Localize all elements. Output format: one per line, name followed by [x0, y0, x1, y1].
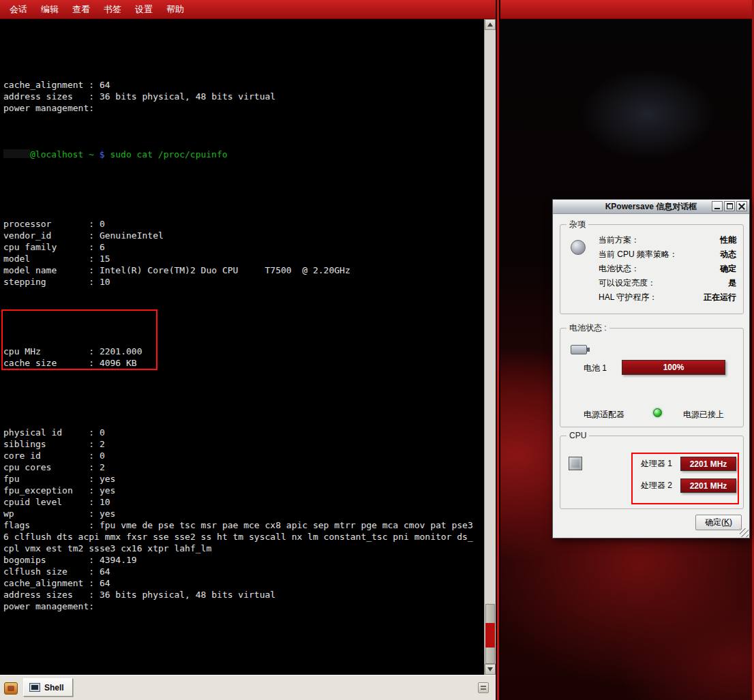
misc-value: 正在运行 — [704, 290, 736, 305]
group-cpu: CPU 处理器 1 2201 MHz 处理器 2 2201 MHz — [560, 436, 744, 509]
adapter-status: 电源已接上 — [683, 409, 724, 421]
window-controls — [712, 201, 747, 211]
terminal-line: bogomips : 4394.19 — [3, 554, 484, 566]
terminal-line: cpu cores : 2 — [3, 461, 484, 473]
cpu-label: 处理器 2 — [641, 480, 676, 491]
ok-button[interactable]: 确定(K) — [695, 515, 742, 530]
terminal-line: core id : 0 — [3, 450, 484, 461]
resize-grip[interactable] — [740, 528, 749, 537]
session-menu-button[interactable] — [477, 681, 490, 695]
terminal-line: wp : yes — [3, 508, 484, 519]
misc-label: HAL 守护程序： — [599, 290, 657, 305]
arrow-down-icon — [487, 667, 493, 671]
scrollbar-red-marker — [485, 623, 495, 648]
terminal-line — [3, 114, 484, 125]
terminal-line: cpu family : 6 — [3, 241, 484, 253]
misc-row: 当前 CPU 频率策略： 动态 — [599, 247, 736, 262]
group-misc-legend: 杂项 — [567, 219, 588, 230]
terminal-line: power management: — [3, 600, 484, 612]
battery-icon — [571, 345, 587, 354]
terminal-line: siblings : 2 — [3, 438, 484, 450]
menu-item[interactable]: 设置 — [128, 0, 160, 19]
window-divider — [496, 0, 500, 700]
terminal-window[interactable]: cache_alignment : 64address sizes : 36 b… — [0, 19, 496, 675]
terminal-line: address sizes : 36 bits physical, 48 bit… — [3, 589, 484, 600]
terminal-menu-bar: 会话编辑查看书签设置帮助 — [0, 0, 496, 19]
terminal-block-pre: cache_alignment : 64address sizes : 36 b… — [3, 44, 484, 125]
tab-shell[interactable]: Shell — [23, 678, 73, 697]
command-text: sudo cat /proc/cpuinfo — [110, 149, 227, 159]
scroll-up-button[interactable] — [485, 19, 496, 30]
terminal-line: address sizes : 36 bits physical, 48 bit… — [3, 91, 484, 102]
misc-label: 可以设定亮度： — [599, 276, 656, 290]
misc-icon — [571, 240, 586, 255]
close-button[interactable] — [736, 201, 747, 211]
kpowersave-dialog: KPowersave 信息对话框 杂项 当前方案： 性能 当前 CP — [552, 199, 750, 538]
menu-item[interactable]: 会话 — [3, 0, 34, 19]
terminal-line: cache_alignment : 64 — [3, 79, 484, 91]
group-battery: 电池状态 : 电池 1 100% 电源适配器 电源已接上 — [560, 328, 744, 427]
terminal-line: model name : Intel(R) Core(TM)2 Duo CPU … — [3, 264, 484, 276]
terminal-line: vendor_id : GenuineIntel — [3, 230, 484, 241]
misc-row: 可以设定亮度： 是 — [599, 276, 736, 290]
terminal-line: cpl vmx est tm2 ssse3 cx16 xtpr lahf_lm — [3, 543, 484, 554]
menu-item[interactable]: 帮助 — [160, 0, 191, 19]
battery-label: 电池 1 — [584, 363, 607, 374]
terminal-line: clflush size : 64 — [3, 566, 484, 577]
group-misc: 杂项 当前方案： 性能 当前 CPU 频率策略： 动态 电池状态： — [560, 224, 744, 314]
terminal-line: fpu_exception : yes — [3, 485, 484, 496]
session-menu-icon — [478, 682, 489, 693]
scroll-down-button[interactable] — [485, 664, 496, 675]
desktop-top-bar — [500, 0, 754, 19]
misc-row: HAL 守护程序： 正在运行 — [599, 290, 736, 305]
ok-accesskey: K — [724, 517, 729, 527]
close-icon — [738, 203, 745, 210]
misc-label: 当前方案： — [599, 233, 639, 247]
misc-label: 电池状态： — [599, 262, 639, 276]
cpu-frequency-text: 2201 MHz — [690, 481, 727, 491]
terminal-monitor-icon — [29, 683, 40, 692]
dialog-titlebar[interactable]: KPowersave 信息对话框 — [553, 200, 749, 214]
terminal-block-cpu1-head: processor : 1vendor_id : GenuineIntelcpu… — [3, 647, 484, 675]
arrow-up-icon — [487, 22, 493, 27]
misc-value: 动态 — [720, 247, 736, 262]
terminal-line: power management: — [3, 102, 484, 114]
misc-rows: 当前方案： 性能 当前 CPU 频率策略： 动态 电池状态： 确定 可 — [599, 233, 736, 305]
minimize-icon — [714, 208, 720, 209]
battery-progress-text: 100% — [663, 363, 684, 372]
minimize-button[interactable] — [712, 201, 723, 211]
menu-item[interactable]: 编辑 — [34, 0, 65, 19]
cpu-rows: 处理器 1 2201 MHz 处理器 2 2201 MHz — [641, 457, 736, 493]
terminal-line: fpu : yes — [3, 473, 484, 485]
terminal-line: physical id : 0 — [3, 427, 484, 438]
cpuinfo-highlight-box-1: cpu MHz : 2201.000cache size : 4096 KB — [1, 309, 157, 370]
menu-item[interactable]: 查看 — [65, 0, 97, 19]
maximize-icon — [727, 203, 733, 209]
misc-label: 当前 CPU 频率策略： — [599, 247, 678, 262]
new-session-button[interactable] — [3, 680, 19, 697]
redacted-username — [3, 149, 30, 158]
battery-progressbar: 100% — [622, 360, 725, 375]
terminal-block-cpu0-head: processor : 0vendor_id : GenuineIntelcpu… — [3, 183, 484, 288]
terminal-output: cache_alignment : 64address sizes : 36 b… — [0, 19, 484, 675]
maximize-button[interactable] — [724, 201, 735, 211]
terminal-scrollbar[interactable] — [484, 19, 496, 675]
dialog-title: KPowersave 信息对话框 — [605, 201, 697, 213]
misc-row: 当前方案： 性能 — [599, 233, 736, 247]
terminal-block-cpu0-rest: physical id : 0siblings : 2core id : 0cp… — [3, 392, 484, 624]
menu-item[interactable]: 书签 — [97, 0, 128, 19]
prompt-symbol: $ — [94, 149, 110, 159]
tab-shell-label: Shell — [44, 683, 64, 693]
terminal-line: stepping : 10 — [3, 276, 484, 288]
cpu-icon — [569, 457, 582, 470]
cpu-label: 处理器 1 — [641, 458, 676, 470]
prompt-host: @localhost ~ — [30, 149, 94, 159]
cpu-frequency-bar: 2201 MHz — [680, 478, 736, 493]
ok-label: 确定( — [705, 517, 724, 527]
misc-value: 确定 — [720, 262, 736, 276]
group-battery-legend: 电池状态 : — [567, 323, 609, 333]
cpu-row: 处理器 1 2201 MHz — [641, 457, 736, 471]
terminal-line: 6 clflush dts acpi mmx fxsr sse sse2 ss … — [3, 531, 484, 543]
misc-value: 性能 — [720, 233, 736, 247]
terminal-line: processor : 0 — [3, 218, 484, 230]
